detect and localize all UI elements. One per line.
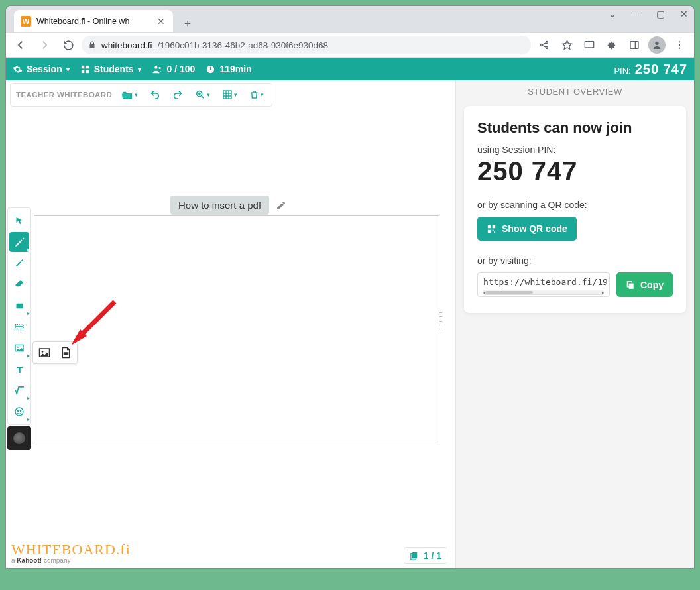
tool-palette: ▸ ▸ ▸ ▸ ▸ bbox=[7, 207, 31, 425]
session-menu[interactable]: Session ▾ bbox=[13, 64, 70, 74]
back-button[interactable] bbox=[10, 34, 31, 56]
workspace: TEACHER WHITEBOARD ▾ ▾ ▾ ▾ How to ins bbox=[6, 80, 694, 568]
svg-rect-40 bbox=[488, 229, 491, 232]
canvas-title-chip[interactable]: How to insert a pdf bbox=[170, 196, 269, 215]
tab-title: Whiteboard.fi - Online wh bbox=[36, 17, 150, 26]
minimize-icon[interactable]: — bbox=[629, 9, 644, 19]
svg-point-6 bbox=[655, 42, 658, 45]
join-url-field[interactable]: https://whiteboard.fi/19 ◂▸ bbox=[477, 272, 610, 297]
delete-button[interactable]: ▾ bbox=[247, 87, 266, 103]
image-tool[interactable]: ▸ bbox=[9, 338, 29, 358]
share-icon[interactable] bbox=[534, 34, 555, 56]
lock-icon bbox=[88, 41, 96, 49]
watermark-logo: WHITEBOARD.fi bbox=[11, 541, 131, 558]
maximize-icon[interactable]: ▢ bbox=[653, 9, 668, 19]
pages-icon bbox=[410, 551, 420, 561]
extensions-icon[interactable] bbox=[601, 34, 622, 56]
emoji-tool[interactable]: ▸ bbox=[9, 402, 29, 422]
omnibox[interactable]: whiteboard.fi/1960c01b-3136-46b2-ad68-93… bbox=[82, 36, 531, 54]
svg-point-2 bbox=[546, 47, 548, 49]
shape-tool[interactable]: ▸ bbox=[9, 296, 29, 316]
math-tool[interactable]: ▸ bbox=[9, 381, 29, 400]
bookmark-icon[interactable] bbox=[556, 34, 577, 56]
chevron-down-icon: ▾ bbox=[66, 66, 70, 73]
svg-rect-13 bbox=[86, 70, 88, 72]
svg-point-7 bbox=[679, 41, 680, 42]
session-pin: 250 747 bbox=[477, 156, 673, 186]
insert-pdf-button[interactable] bbox=[58, 345, 73, 360]
tab-bar: W Whiteboard.fi - Online wh ✕ ＋ ⌄ — ▢ ✕ bbox=[6, 6, 694, 32]
svg-rect-42 bbox=[494, 231, 495, 233]
url-path: /1960c01b-3136-46b2-ad68-930f6e930d68 bbox=[158, 40, 328, 50]
image-tool-submenu bbox=[32, 341, 78, 364]
page-content: Session ▾ Students ▾ 0 / 100 119min bbox=[6, 58, 694, 568]
whiteboard-area: TEACHER WHITEBOARD ▾ ▾ ▾ ▾ How to ins bbox=[6, 80, 455, 568]
copy-label: Copy bbox=[640, 280, 664, 290]
svg-rect-41 bbox=[493, 229, 494, 231]
open-file-button[interactable]: ▾ bbox=[119, 88, 141, 102]
chevron-down-icon[interactable]: ⌄ bbox=[605, 9, 620, 19]
close-window-icon[interactable]: ✕ bbox=[677, 9, 691, 19]
svg-point-30 bbox=[20, 410, 21, 411]
zoom-button[interactable]: ▾ bbox=[192, 87, 213, 103]
svg-rect-18 bbox=[223, 91, 231, 99]
svg-point-1 bbox=[546, 42, 548, 44]
students-label: Students bbox=[94, 64, 134, 74]
cast-icon[interactable] bbox=[579, 34, 600, 56]
gear-icon bbox=[13, 64, 23, 74]
text-tool[interactable] bbox=[9, 359, 29, 379]
palette-icon bbox=[13, 432, 25, 444]
eraser-tool[interactable] bbox=[9, 274, 29, 294]
page-indicator[interactable]: 1 / 1 bbox=[404, 547, 447, 564]
kebab-menu-icon[interactable] bbox=[669, 34, 690, 56]
line-tool[interactable] bbox=[9, 317, 29, 337]
svg-rect-33 bbox=[63, 352, 68, 355]
student-count-value: 0 / 100 bbox=[167, 64, 196, 74]
teacher-whiteboard-label: TEACHER WHITEBOARD bbox=[16, 91, 112, 99]
svg-rect-10 bbox=[82, 65, 84, 68]
svg-point-9 bbox=[679, 47, 680, 48]
reload-button[interactable] bbox=[58, 34, 79, 56]
students-menu[interactable]: Students ▾ bbox=[80, 64, 141, 74]
show-qr-button[interactable]: Show QR code bbox=[477, 217, 577, 241]
pin-value: 250 747 bbox=[635, 62, 687, 77]
qr-icon bbox=[487, 224, 496, 234]
forward-button[interactable] bbox=[34, 34, 55, 56]
edit-title-icon[interactable] bbox=[276, 200, 286, 211]
time-remaining: 119min bbox=[205, 64, 251, 74]
page-indicator-text: 1 / 1 bbox=[424, 550, 441, 561]
svg-rect-39 bbox=[493, 225, 495, 227]
window-controls: ⌄ — ▢ ✕ bbox=[605, 9, 691, 19]
session-label: Session bbox=[27, 64, 62, 74]
url-host: whiteboard.fi bbox=[101, 40, 152, 50]
favicon-icon: W bbox=[21, 16, 31, 27]
using-pin-label: using Session PIN: bbox=[477, 145, 673, 155]
qr-label: or by scanning a QR code: bbox=[477, 200, 673, 210]
close-tab-icon[interactable]: ✕ bbox=[156, 16, 166, 27]
join-card: Students can now join using Session PIN:… bbox=[464, 106, 686, 313]
pin-label: PIN: bbox=[614, 66, 630, 76]
canvas-title-row: How to insert a pdf bbox=[170, 196, 286, 215]
svg-point-0 bbox=[541, 44, 543, 46]
grid-button[interactable]: ▾ bbox=[219, 87, 240, 103]
insert-image-button[interactable] bbox=[37, 345, 52, 360]
redo-button[interactable] bbox=[170, 87, 186, 103]
profile-avatar[interactable] bbox=[646, 34, 668, 56]
url-scrollbar[interactable]: ◂▸ bbox=[483, 290, 604, 295]
svg-point-15 bbox=[158, 66, 160, 68]
copy-url-button[interactable]: Copy bbox=[616, 272, 673, 297]
svg-rect-43 bbox=[629, 283, 634, 288]
copy-icon bbox=[626, 280, 635, 290]
new-tab-button[interactable]: ＋ bbox=[178, 14, 197, 32]
color-picker-tool[interactable] bbox=[7, 426, 31, 450]
undo-button[interactable] bbox=[147, 87, 163, 103]
highlighter-tool[interactable] bbox=[9, 253, 29, 273]
resize-grip[interactable] bbox=[439, 312, 443, 329]
svg-rect-23 bbox=[16, 303, 23, 308]
sidepanel-icon[interactable] bbox=[624, 34, 645, 56]
select-tool[interactable] bbox=[9, 211, 29, 231]
svg-rect-4 bbox=[630, 42, 638, 49]
browser-tab[interactable]: W Whiteboard.fi - Online wh ✕ bbox=[14, 10, 173, 32]
pen-tool[interactable]: ▸ bbox=[9, 232, 29, 252]
whiteboard-canvas[interactable] bbox=[34, 215, 439, 442]
